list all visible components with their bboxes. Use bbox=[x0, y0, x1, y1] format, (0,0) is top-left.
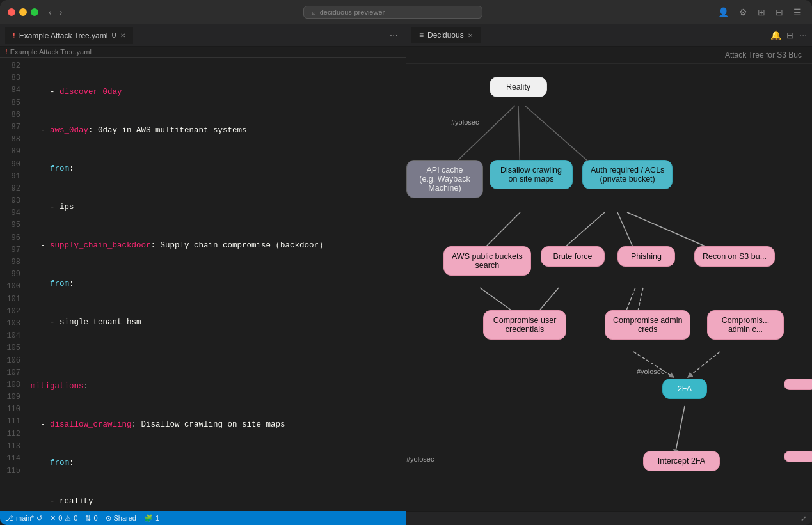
app-body: ! Example Attack Tree.yaml U ✕ ··· ! Exa… bbox=[0, 24, 812, 525]
diagram-tab-label: Deciduous bbox=[427, 31, 464, 40]
node-compromise-admin2[interactable]: Compromis...admin c... bbox=[707, 310, 784, 340]
yolosec-label-3: #yolosec bbox=[406, 455, 434, 463]
status-extensions: 🧩 1 bbox=[144, 514, 159, 522]
expand-icon[interactable]: ⤢ bbox=[800, 514, 807, 523]
node-aws-buckets[interactable]: AWS public bucketssearch bbox=[443, 246, 531, 276]
extension-count: 1 bbox=[155, 514, 159, 522]
back-button[interactable]: ‹ bbox=[46, 6, 54, 19]
search-text: deciduous-previewer bbox=[320, 8, 385, 16]
node-auth-required[interactable]: Auth required / ACLs(private bucket) bbox=[582, 160, 673, 189]
node-recon-s3-label: Recon on S3 bu... bbox=[703, 252, 767, 261]
diagram-title: Attack Tree for S3 Buc bbox=[725, 51, 802, 59]
node-compromise-user-label: Compromise usercredentials bbox=[493, 316, 557, 334]
node-aws-buckets-label: AWS public bucketssearch bbox=[452, 252, 523, 270]
node-2fa-label: 2FA bbox=[678, 384, 692, 393]
panel-icon[interactable]: ☰ bbox=[791, 6, 804, 19]
split-icon[interactable]: ⊟ bbox=[773, 6, 786, 19]
line-numbers: 8283848586 8788899091 9293949596 9798991… bbox=[0, 58, 26, 511]
node-phishing[interactable]: Phishing bbox=[617, 246, 675, 267]
node-disallow-crawling[interactable]: Disallow crawlingon site maps bbox=[490, 160, 573, 189]
titlebar: ‹ › ⌕ deciduous-previewer 👤 ⚙ ⊞ ⊟ ☰ bbox=[0, 0, 812, 24]
svg-line-13 bbox=[675, 406, 685, 454]
editor-content: 8283848586 8788899091 9293949596 9798991… bbox=[0, 58, 406, 511]
node-brute-force[interactable]: Brute force bbox=[541, 246, 605, 267]
node-recon-s3[interactable]: Recon on S3 bu... bbox=[694, 246, 775, 267]
search-bar[interactable]: ⌕ deciduous-previewer bbox=[303, 6, 482, 19]
yolosec-label-1: #yolosec bbox=[451, 118, 479, 126]
traffic-lights bbox=[8, 8, 38, 16]
warning-icon: ⚠ bbox=[65, 514, 71, 522]
account-icon[interactable]: 👤 bbox=[715, 6, 731, 19]
shared-label: Shared bbox=[114, 514, 136, 522]
search-area: ⌕ deciduous-previewer bbox=[70, 6, 715, 19]
status-errors: ✕ 0 ⚠ 0 bbox=[50, 514, 77, 522]
tab-yaml-label: Example Attack Tree.yaml bbox=[19, 31, 108, 40]
breadcrumb-icon: ! bbox=[5, 48, 8, 56]
node-phishing-label: Phishing bbox=[631, 252, 662, 261]
diagram-bottom-bar: ⤢ bbox=[406, 511, 812, 525]
node-compromise-admin[interactable]: Compromise admincreds bbox=[605, 310, 690, 340]
sync-icon: ↺ bbox=[36, 514, 42, 522]
more-options-icon[interactable]: ··· bbox=[799, 30, 807, 40]
app-window: ‹ › ⌕ deciduous-previewer 👤 ⚙ ⊞ ⊟ ☰ ! Ex… bbox=[0, 0, 812, 525]
diagram-tab-deciduous[interactable]: ≡ Deciduous ✕ bbox=[411, 27, 481, 43]
breadcrumb-text: Example Attack Tree.yaml bbox=[10, 48, 92, 56]
close-button[interactable] bbox=[8, 8, 15, 16]
error-count: 0 bbox=[58, 514, 62, 522]
node-reality[interactable]: Reality bbox=[490, 77, 547, 97]
layout-icon[interactable]: ⊞ bbox=[755, 6, 768, 19]
diagram-header: Attack Tree for S3 Buc bbox=[406, 47, 812, 64]
node-brute-force-label: Brute force bbox=[553, 252, 592, 261]
tab-more-icon[interactable]: ··· bbox=[387, 27, 401, 43]
svg-line-12 bbox=[688, 352, 720, 377]
split-view-icon[interactable]: ⊟ bbox=[786, 30, 794, 40]
shared-icon: ⊙ bbox=[106, 514, 111, 522]
titlebar-actions: 👤 ⚙ ⊞ ⊟ ☰ bbox=[715, 6, 804, 19]
status-bar: ⎇ main* ↺ ✕ 0 ⚠ 0 ⇅ 0 ⊙ Shared bbox=[0, 511, 406, 525]
node-partial-right[interactable] bbox=[784, 379, 812, 390]
diagram-panel: ≡ Deciduous ✕ 🔔 ⊟ ··· Attack Tree for S3… bbox=[406, 24, 812, 525]
editor-tab-yaml[interactable]: ! Example Attack Tree.yaml U ✕ bbox=[5, 27, 133, 44]
deciduous-tab-icon: ≡ bbox=[419, 31, 424, 40]
node-compromise-admin2-label: Compromis...admin c... bbox=[722, 316, 769, 334]
search-icon: ⌕ bbox=[312, 8, 316, 16]
tab-close-icon[interactable]: ✕ bbox=[120, 32, 125, 39]
navigation-buttons: ‹ › bbox=[46, 6, 65, 19]
minimize-button[interactable] bbox=[19, 8, 27, 16]
node-api-cache-label: API cache(e.g. WaybackMachine) bbox=[419, 166, 470, 192]
node-reality-label: Reality bbox=[506, 82, 530, 91]
branch-label: main* bbox=[16, 514, 34, 522]
node-disallow-crawling-label: Disallow crawlingon site maps bbox=[500, 166, 562, 184]
tab-modified-indicator: U bbox=[111, 32, 116, 39]
forward-button[interactable]: › bbox=[57, 6, 65, 19]
editor-breadcrumb: ! Example Attack Tree.yaml bbox=[0, 47, 406, 58]
extension-icon: 🧩 bbox=[144, 514, 153, 522]
sync-count: 0 bbox=[93, 514, 97, 522]
diagram-tab-actions: 🔔 ⊟ ··· bbox=[770, 30, 807, 40]
node-compromise-user[interactable]: Compromise usercredentials bbox=[483, 310, 566, 340]
node-compromise-admin-label: Compromise admincreds bbox=[613, 316, 682, 334]
sync-count-icon: ⇅ bbox=[85, 514, 91, 522]
yolosec-label-2: #yolosec bbox=[637, 368, 664, 375]
node-api-cache[interactable]: API cache(e.g. WaybackMachine) bbox=[406, 160, 483, 198]
error-icon: ✕ bbox=[50, 514, 56, 522]
code-content: - discover_0day - aws_0day: 0day in AWS … bbox=[26, 58, 406, 511]
settings-icon[interactable]: ⚙ bbox=[736, 6, 750, 19]
status-sync: ⇅ 0 bbox=[85, 514, 97, 522]
status-branch[interactable]: ⎇ main* ↺ bbox=[5, 514, 42, 522]
tab-yaml-icon: ! bbox=[13, 32, 15, 40]
maximize-button[interactable] bbox=[31, 8, 38, 16]
diagram-tabs: ≡ Deciduous ✕ 🔔 ⊟ ··· bbox=[406, 24, 812, 47]
node-partial-right2[interactable] bbox=[784, 451, 812, 462]
warning-count: 0 bbox=[74, 514, 77, 522]
sound-icon[interactable]: 🔔 bbox=[770, 30, 781, 40]
status-shared: ⊙ Shared bbox=[106, 514, 136, 522]
diagram-connections bbox=[406, 64, 812, 511]
diagram-tab-close[interactable]: ✕ bbox=[468, 32, 473, 39]
node-intercept-2fa-label: Intercept 2FA bbox=[658, 457, 705, 466]
git-icon: ⎇ bbox=[5, 514, 13, 522]
editor-tabs: ! Example Attack Tree.yaml U ✕ ··· bbox=[0, 24, 406, 47]
diagram-canvas[interactable]: Reality #yolosec API cache(e.g. WaybackM… bbox=[406, 64, 812, 511]
node-intercept-2fa[interactable]: Intercept 2FA bbox=[643, 451, 720, 471]
node-2fa[interactable]: 2FA bbox=[662, 379, 707, 399]
